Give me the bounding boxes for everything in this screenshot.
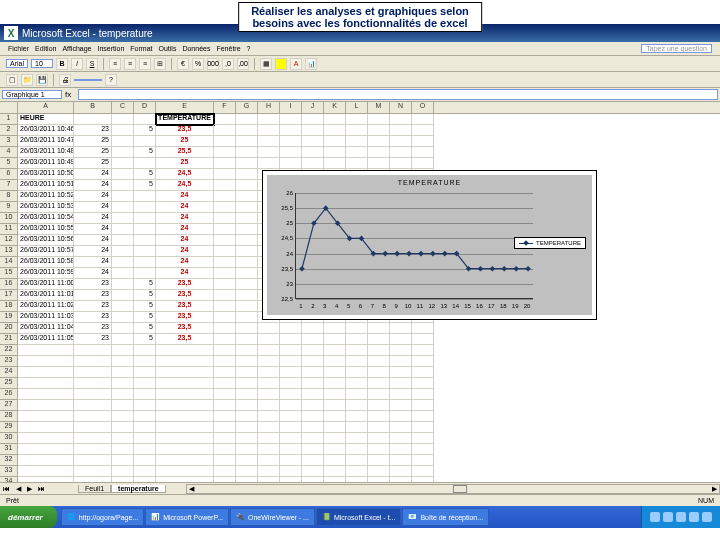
cell[interactable] bbox=[18, 433, 74, 444]
task-btn-onewire[interactable]: 🔌OneWireViewer - ... bbox=[230, 508, 315, 526]
cell[interactable] bbox=[412, 444, 434, 455]
cell[interactable] bbox=[74, 356, 112, 367]
cell[interactable] bbox=[18, 400, 74, 411]
cell[interactable] bbox=[412, 323, 434, 334]
cell[interactable] bbox=[324, 411, 346, 422]
cell[interactable] bbox=[134, 367, 156, 378]
zoom-box[interactable] bbox=[74, 79, 102, 81]
cell[interactable] bbox=[74, 433, 112, 444]
cell[interactable] bbox=[112, 466, 134, 477]
cell[interactable] bbox=[134, 444, 156, 455]
cell[interactable] bbox=[156, 455, 214, 466]
cell[interactable] bbox=[258, 367, 280, 378]
cell[interactable] bbox=[368, 125, 390, 136]
col-header-O[interactable]: O bbox=[412, 102, 434, 113]
cell[interactable] bbox=[112, 114, 134, 125]
cell[interactable] bbox=[368, 455, 390, 466]
cell[interactable]: 23,5 bbox=[156, 125, 214, 136]
cell[interactable] bbox=[324, 323, 346, 334]
cell[interactable] bbox=[368, 466, 390, 477]
borders-button[interactable]: ▦ bbox=[260, 58, 272, 70]
cell[interactable] bbox=[112, 400, 134, 411]
comma-button[interactable]: 000 bbox=[207, 58, 219, 70]
print-button[interactable]: 🖨 bbox=[59, 74, 71, 86]
cell[interactable] bbox=[412, 389, 434, 400]
select-all-corner[interactable] bbox=[0, 102, 18, 113]
cell[interactable] bbox=[236, 268, 258, 279]
cell[interactable] bbox=[112, 136, 134, 147]
cell[interactable] bbox=[112, 334, 134, 345]
cell[interactable] bbox=[390, 158, 412, 169]
cell[interactable] bbox=[280, 356, 302, 367]
cell[interactable] bbox=[346, 444, 368, 455]
cell[interactable] bbox=[412, 114, 434, 125]
cell[interactable] bbox=[236, 235, 258, 246]
cell[interactable] bbox=[346, 356, 368, 367]
cell[interactable] bbox=[390, 411, 412, 422]
cell[interactable]: 26/03/2011 11:01 C bbox=[18, 290, 74, 301]
cell[interactable]: 24 bbox=[74, 235, 112, 246]
cell[interactable]: 24 bbox=[74, 191, 112, 202]
cell[interactable] bbox=[112, 433, 134, 444]
cell[interactable] bbox=[412, 136, 434, 147]
cell[interactable]: 5 bbox=[134, 169, 156, 180]
row-header[interactable]: 33 bbox=[0, 466, 18, 477]
menu-insertion[interactable]: Insertion bbox=[97, 45, 124, 52]
cell[interactable] bbox=[18, 389, 74, 400]
cell[interactable] bbox=[236, 136, 258, 147]
cell[interactable]: 25 bbox=[156, 136, 214, 147]
col-header-A[interactable]: A bbox=[18, 102, 74, 113]
cell[interactable] bbox=[280, 455, 302, 466]
cell[interactable]: 26/03/2011 11:04 C bbox=[18, 323, 74, 334]
cell[interactable] bbox=[368, 444, 390, 455]
cell[interactable]: 23,5 bbox=[156, 290, 214, 301]
cell[interactable] bbox=[112, 345, 134, 356]
sheet-tab-temperature[interactable]: temperature bbox=[111, 485, 165, 493]
cell[interactable]: 24 bbox=[156, 191, 214, 202]
row-header[interactable]: 11 bbox=[0, 224, 18, 235]
cell[interactable] bbox=[18, 411, 74, 422]
cell[interactable]: HEURE bbox=[18, 114, 74, 125]
cell[interactable] bbox=[324, 136, 346, 147]
col-header-F[interactable]: F bbox=[214, 102, 236, 113]
cell[interactable] bbox=[368, 378, 390, 389]
col-header-C[interactable]: C bbox=[112, 102, 134, 113]
cell[interactable] bbox=[134, 114, 156, 125]
cell[interactable] bbox=[324, 455, 346, 466]
cell[interactable] bbox=[112, 235, 134, 246]
cell[interactable]: 5 bbox=[134, 125, 156, 136]
cell[interactable] bbox=[236, 378, 258, 389]
cell[interactable] bbox=[280, 389, 302, 400]
cell[interactable] bbox=[134, 191, 156, 202]
col-header-D[interactable]: D bbox=[134, 102, 156, 113]
cell[interactable]: 23,5 bbox=[156, 323, 214, 334]
cell[interactable] bbox=[18, 477, 74, 482]
cell[interactable] bbox=[324, 378, 346, 389]
cell[interactable] bbox=[134, 477, 156, 482]
cell[interactable] bbox=[258, 400, 280, 411]
cell[interactable] bbox=[390, 378, 412, 389]
cell[interactable]: 24 bbox=[74, 268, 112, 279]
tray-icon[interactable] bbox=[676, 512, 686, 522]
cell[interactable] bbox=[324, 400, 346, 411]
cell[interactable]: 23 bbox=[74, 279, 112, 290]
cell[interactable] bbox=[214, 224, 236, 235]
cell[interactable] bbox=[346, 136, 368, 147]
cell[interactable] bbox=[134, 411, 156, 422]
cell[interactable] bbox=[368, 345, 390, 356]
cell[interactable] bbox=[390, 389, 412, 400]
cell[interactable] bbox=[214, 312, 236, 323]
cell[interactable]: 26/03/2011 10:55 C bbox=[18, 224, 74, 235]
cell[interactable] bbox=[346, 389, 368, 400]
cell[interactable]: 26/03/2011 10:58 C bbox=[18, 257, 74, 268]
row-header[interactable]: 7 bbox=[0, 180, 18, 191]
cell[interactable]: 25,5 bbox=[156, 147, 214, 158]
cell[interactable] bbox=[258, 389, 280, 400]
cell[interactable] bbox=[302, 356, 324, 367]
row-header[interactable]: 13 bbox=[0, 246, 18, 257]
cell[interactable] bbox=[368, 400, 390, 411]
cell[interactable] bbox=[236, 312, 258, 323]
cell[interactable] bbox=[280, 114, 302, 125]
cell[interactable]: 26/03/2011 10:48 C bbox=[18, 147, 74, 158]
cell[interactable] bbox=[368, 356, 390, 367]
